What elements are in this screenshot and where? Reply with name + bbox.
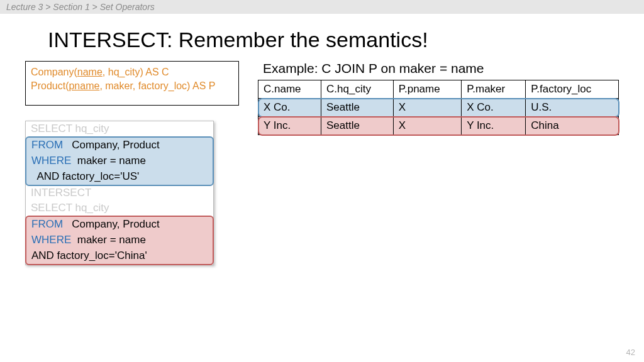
- sql-highlight-china: FROM Company, Product WHERE maker = name…: [25, 216, 214, 265]
- example-title: Example: C JOIN P on maker = name: [263, 61, 619, 76]
- sql-intersect: INTERSECT: [26, 185, 213, 201]
- col-pmaker: P.maker: [462, 80, 526, 99]
- schema-box: Company(name, hq_city) AS C Product(pnam…: [25, 61, 239, 106]
- table-cell: Seattle: [321, 117, 394, 135]
- table-cell: X Co.: [462, 99, 526, 117]
- table-cell: X Co.: [258, 99, 321, 117]
- table-cell: Y Inc.: [462, 117, 526, 135]
- join-result-table: C.name C.hq_city P.pname P.maker P.facto…: [258, 80, 619, 135]
- table-row: X Co.SeattleXX Co.U.S.: [258, 99, 619, 117]
- col-cname: C.name: [258, 80, 321, 99]
- breadcrumb: Lecture 3 > Section 1 > Set Operators: [0, 0, 644, 14]
- table-cell: Seattle: [321, 99, 394, 117]
- table-cell: Y Inc.: [258, 117, 321, 135]
- sql-highlight-us: FROM Company, Product WHERE maker = name…: [25, 136, 214, 186]
- schema-line-1: Company(name, hq_city) AS C: [31, 65, 233, 79]
- col-pname: P.pname: [393, 80, 461, 99]
- schema-line-2: Product(pname, maker, factory_loc) AS P: [31, 79, 233, 93]
- slide-title: INTERSECT: Remember the semantics!: [48, 28, 644, 52]
- sql-select-2: SELECT hq_city: [26, 200, 213, 216]
- col-pfactory: P.factory_loc: [526, 80, 619, 99]
- page-number: 42: [626, 348, 635, 357]
- table-cell: China: [526, 117, 619, 135]
- table-cell: X: [393, 99, 461, 117]
- sql-query-box: SELECT hq_city FROM Company, Product WHE…: [25, 121, 239, 265]
- col-chqcity: C.hq_city: [321, 80, 394, 99]
- table-cell: U.S.: [526, 99, 619, 117]
- sql-select-1: SELECT hq_city: [26, 121, 213, 137]
- table-row: Y Inc.SeattleXY Inc.China: [258, 117, 619, 135]
- table-header-row: C.name C.hq_city P.pname P.maker P.facto…: [258, 80, 619, 99]
- table-cell: X: [393, 117, 461, 135]
